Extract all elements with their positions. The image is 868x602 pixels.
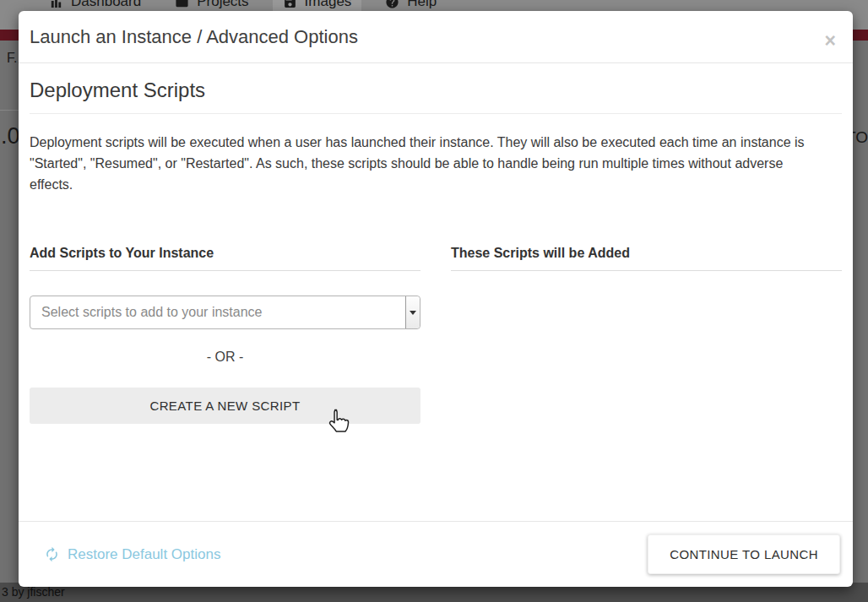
added-scripts-heading: These Scripts will be Added	[451, 246, 842, 271]
screen: Dashboard Projects Images Help F.	[0, 0, 868, 602]
or-divider: - OR -	[30, 350, 420, 365]
modal-header: Launch an Instance / Advanced Options ×	[19, 11, 853, 63]
sync-icon	[44, 546, 60, 562]
continue-to-launch-button[interactable]: CONTINUE TO LAUNCH	[648, 534, 840, 574]
create-new-script-button[interactable]: CREATE A NEW SCRIPT	[30, 388, 420, 424]
restore-default-options-label: Restore Default Options	[68, 546, 220, 563]
script-select-placeholder: Select scripts to add to your instance	[41, 305, 262, 320]
add-scripts-heading: Add Scripts to Your Instance	[30, 246, 420, 271]
scripts-columns: Add Scripts to Your Instance Select scri…	[30, 246, 842, 424]
close-icon[interactable]: ×	[825, 31, 836, 51]
create-script-button-wrap: CREATE A NEW SCRIPT	[30, 388, 420, 424]
deployment-scripts-description: Deployment scripts will be executed when…	[30, 132, 830, 195]
add-scripts-column: Add Scripts to Your Instance Select scri…	[30, 246, 420, 424]
deployment-scripts-heading: Deployment Scripts	[30, 77, 842, 114]
launch-instance-advanced-options-modal: Launch an Instance / Advanced Options × …	[19, 11, 853, 587]
modal-footer: Restore Default Options CONTINUE TO LAUN…	[19, 521, 853, 587]
added-scripts-column: These Scripts will be Added	[451, 246, 842, 424]
restore-default-options-link[interactable]: Restore Default Options	[44, 546, 220, 563]
modal-title: Launch an Instance / Advanced Options	[30, 24, 842, 50]
modal-body: Deployment Scripts Deployment scripts wi…	[19, 63, 853, 424]
chevron-down-icon[interactable]	[405, 296, 420, 328]
script-select[interactable]: Select scripts to add to your instance	[30, 296, 420, 329]
